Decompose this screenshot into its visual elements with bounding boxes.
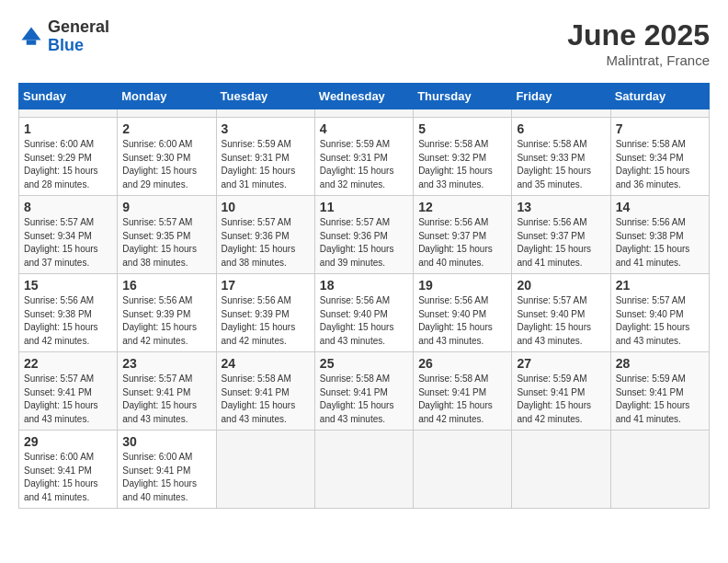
day-number: 27: [517, 356, 605, 371]
calendar-cell: 23Sunrise: 5:57 AMSunset: 9:41 PMDayligh…: [118, 352, 216, 431]
day-info: Sunrise: 5:59 AMSunset: 9:41 PMDaylight:…: [517, 373, 605, 426]
calendar-cell: 26Sunrise: 5:58 AMSunset: 9:41 PMDayligh…: [414, 352, 512, 431]
day-number: 7: [616, 121, 704, 136]
calendar-cell: [512, 109, 610, 118]
day-number: 11: [320, 200, 408, 214]
day-number: 3: [222, 121, 310, 136]
day-info: Sunrise: 5:57 AMSunset: 9:36 PMDaylight:…: [320, 216, 408, 270]
col-header-saturday: Saturday: [610, 84, 709, 109]
day-number: 28: [616, 356, 704, 371]
calendar-cell: 6Sunrise: 5:58 AMSunset: 9:33 PMDaylight…: [512, 118, 610, 196]
day-info: Sunrise: 5:58 AMSunset: 9:33 PMDaylight:…: [517, 138, 605, 191]
svg-marker-0: [22, 27, 41, 40]
day-number: 13: [517, 200, 605, 214]
day-number: 6: [517, 121, 605, 136]
calendar-cell: 8Sunrise: 5:57 AMSunset: 9:34 PMDaylight…: [19, 196, 118, 274]
calendar-cell: 3Sunrise: 5:59 AMSunset: 9:31 PMDaylight…: [216, 118, 314, 196]
day-info: Sunrise: 5:56 AMSunset: 9:37 PMDaylight:…: [418, 216, 506, 270]
day-number: 19: [418, 278, 506, 293]
day-number: 15: [24, 278, 112, 293]
day-number: 16: [122, 278, 210, 293]
calendar-cell: [610, 431, 709, 509]
day-number: 9: [122, 200, 210, 214]
calendar-cell: 15Sunrise: 5:56 AMSunset: 9:38 PMDayligh…: [19, 274, 118, 352]
calendar-cell: 2Sunrise: 6:00 AMSunset: 9:30 PMDaylight…: [118, 118, 216, 196]
col-header-friday: Friday: [512, 84, 610, 109]
day-info: Sunrise: 5:56 AMSunset: 9:39 PMDaylight:…: [122, 294, 210, 348]
calendar-cell: [19, 109, 118, 118]
calendar-cell: 12Sunrise: 5:56 AMSunset: 9:37 PMDayligh…: [414, 196, 512, 274]
day-info: Sunrise: 6:00 AMSunset: 9:41 PMDaylight:…: [24, 451, 112, 504]
calendar-cell: 4Sunrise: 5:59 AMSunset: 9:31 PMDaylight…: [314, 118, 413, 196]
day-info: Sunrise: 5:58 AMSunset: 9:32 PMDaylight:…: [418, 138, 506, 191]
day-number: 21: [616, 278, 704, 293]
day-number: 17: [222, 278, 310, 293]
day-info: Sunrise: 6:00 AMSunset: 9:29 PMDaylight:…: [24, 138, 112, 191]
calendar-cell: 18Sunrise: 5:56 AMSunset: 9:40 PMDayligh…: [314, 274, 413, 352]
day-number: 22: [24, 356, 112, 371]
calendar-cell: [118, 109, 216, 118]
day-info: Sunrise: 5:56 AMSunset: 9:38 PMDaylight:…: [24, 294, 112, 348]
calendar-cell: 13Sunrise: 5:56 AMSunset: 9:37 PMDayligh…: [512, 196, 610, 274]
calendar-cell: 7Sunrise: 5:58 AMSunset: 9:34 PMDaylight…: [610, 118, 709, 196]
day-number: 12: [418, 200, 506, 214]
calendar-cell: 17Sunrise: 5:56 AMSunset: 9:39 PMDayligh…: [216, 274, 314, 352]
calendar-cell: 21Sunrise: 5:57 AMSunset: 9:40 PMDayligh…: [610, 274, 709, 352]
calendar-cell: [610, 109, 709, 118]
calendar-cell: 1Sunrise: 6:00 AMSunset: 9:29 PMDaylight…: [19, 118, 118, 196]
calendar-cell: 9Sunrise: 5:57 AMSunset: 9:35 PMDaylight…: [118, 196, 216, 274]
day-info: Sunrise: 5:58 AMSunset: 9:34 PMDaylight:…: [616, 138, 704, 191]
calendar-cell: [512, 431, 610, 509]
day-info: Sunrise: 5:58 AMSunset: 9:41 PMDaylight:…: [418, 373, 506, 426]
calendar-cell: [314, 431, 413, 509]
day-number: 20: [517, 278, 605, 293]
day-number: 4: [320, 121, 408, 136]
calendar-cell: 5Sunrise: 5:58 AMSunset: 9:32 PMDaylight…: [414, 118, 512, 196]
logo-icon: [18, 24, 44, 50]
day-info: Sunrise: 5:57 AMSunset: 9:41 PMDaylight:…: [122, 373, 210, 426]
calendar-cell: 22Sunrise: 5:57 AMSunset: 9:41 PMDayligh…: [19, 352, 118, 431]
calendar-cell: 28Sunrise: 5:59 AMSunset: 9:41 PMDayligh…: [610, 352, 709, 431]
calendar-cell: [314, 109, 413, 118]
logo-text: General Blue: [48, 18, 109, 55]
calendar-cell: 19Sunrise: 5:56 AMSunset: 9:40 PMDayligh…: [414, 274, 512, 352]
calendar-cell: [414, 431, 512, 509]
calendar-cell: 14Sunrise: 5:56 AMSunset: 9:38 PMDayligh…: [610, 196, 709, 274]
day-info: Sunrise: 5:57 AMSunset: 9:40 PMDaylight:…: [517, 294, 605, 348]
svg-rect-1: [27, 40, 37, 44]
calendar-cell: 10Sunrise: 5:57 AMSunset: 9:36 PMDayligh…: [216, 196, 314, 274]
day-info: Sunrise: 5:57 AMSunset: 9:41 PMDaylight:…: [24, 373, 112, 426]
col-header-monday: Monday: [118, 84, 216, 109]
day-info: Sunrise: 5:56 AMSunset: 9:39 PMDaylight:…: [222, 294, 310, 348]
calendar-cell: [216, 431, 314, 509]
col-header-thursday: Thursday: [414, 84, 512, 109]
day-number: 25: [320, 356, 408, 371]
title-block: June 2025 Malintrat, France: [567, 18, 710, 68]
day-number: 8: [24, 200, 112, 214]
day-number: 1: [24, 121, 112, 136]
day-number: 23: [122, 356, 210, 371]
day-info: Sunrise: 5:56 AMSunset: 9:38 PMDaylight:…: [616, 216, 704, 270]
day-info: Sunrise: 5:57 AMSunset: 9:34 PMDaylight:…: [24, 216, 112, 270]
day-number: 24: [222, 356, 310, 371]
calendar-cell: 24Sunrise: 5:58 AMSunset: 9:41 PMDayligh…: [216, 352, 314, 431]
day-info: Sunrise: 5:59 AMSunset: 9:31 PMDaylight:…: [320, 138, 408, 191]
calendar-cell: [216, 109, 314, 118]
day-number: 14: [616, 200, 704, 214]
col-header-sunday: Sunday: [19, 84, 118, 109]
day-number: 29: [24, 434, 112, 449]
calendar-cell: [414, 109, 512, 118]
col-header-tuesday: Tuesday: [216, 84, 314, 109]
calendar-cell: 30Sunrise: 6:00 AMSunset: 9:41 PMDayligh…: [118, 431, 216, 509]
day-info: Sunrise: 5:58 AMSunset: 9:41 PMDaylight:…: [320, 373, 408, 426]
calendar-cell: 11Sunrise: 5:57 AMSunset: 9:36 PMDayligh…: [314, 196, 413, 274]
calendar-cell: 25Sunrise: 5:58 AMSunset: 9:41 PMDayligh…: [314, 352, 413, 431]
day-info: Sunrise: 5:59 AMSunset: 9:41 PMDaylight:…: [616, 373, 704, 426]
logo: General Blue: [18, 18, 109, 55]
day-info: Sunrise: 5:56 AMSunset: 9:40 PMDaylight:…: [418, 294, 506, 348]
calendar-cell: 29Sunrise: 6:00 AMSunset: 9:41 PMDayligh…: [19, 431, 118, 509]
day-info: Sunrise: 5:57 AMSunset: 9:36 PMDaylight:…: [222, 216, 310, 270]
calendar-cell: 20Sunrise: 5:57 AMSunset: 9:40 PMDayligh…: [512, 274, 610, 352]
day-number: 2: [122, 121, 210, 136]
day-info: Sunrise: 5:59 AMSunset: 9:31 PMDaylight:…: [222, 138, 310, 191]
